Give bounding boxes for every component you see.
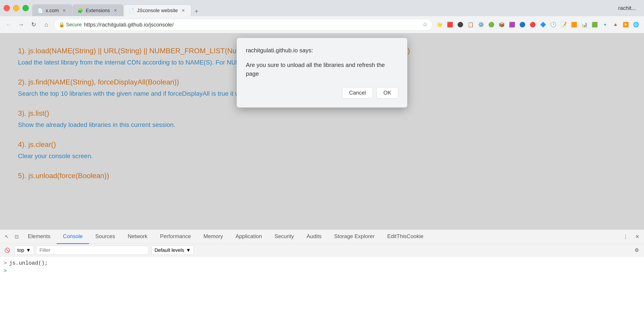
nav-bar: ← → ↻ ⌂ 🔒 Secure https://rachitgulati.gi… bbox=[0, 16, 644, 33]
devtools-more-icon[interactable]: ⋮ bbox=[621, 232, 630, 242]
lock-icon: 🔒 bbox=[59, 22, 65, 28]
tab-title-extensions: Extensions bbox=[86, 8, 110, 14]
dialog-overlay: rachitgulati.github.io says: Are you sur… bbox=[0, 33, 644, 229]
tabs-bar: 📄 x.com ✕ 🧩 Extensions ✕ 📄 JSconsole web… bbox=[32, 0, 616, 16]
ext-icon-17[interactable]: 🔹 bbox=[600, 20, 610, 29]
tab-close-extensions[interactable]: ✕ bbox=[112, 8, 118, 14]
address-text: https://rachitgulati.github.io/jsconsole… bbox=[84, 22, 420, 28]
ext-icon-5[interactable]: ⚙️ bbox=[476, 20, 485, 29]
tab-close-xcom[interactable]: ✕ bbox=[61, 8, 68, 14]
ext-icon-8[interactable]: 🟪 bbox=[508, 20, 516, 29]
maximize-button[interactable] bbox=[22, 5, 29, 11]
console-line-1: > js.unload(); bbox=[4, 259, 640, 267]
dialog-buttons: Cancel OK bbox=[246, 87, 398, 98]
new-tab-button[interactable]: + bbox=[192, 6, 202, 16]
traffic-lights bbox=[4, 5, 29, 11]
tab-xcom[interactable]: 📄 x.com ✕ bbox=[32, 4, 72, 16]
ext-icon-19[interactable]: ▶️ bbox=[621, 20, 630, 29]
context-arrow-icon: ▼ bbox=[26, 247, 31, 253]
ext-icon-4[interactable]: 📋 bbox=[466, 20, 475, 29]
devtools-toolbar: 🚫 top ▼ Default levels ▼ ⚙ bbox=[0, 244, 644, 256]
levels-label: Default levels bbox=[154, 247, 184, 253]
tab-close-jsconsole[interactable]: ✕ bbox=[180, 8, 186, 14]
tab-favicon-jsconsole: 📄 bbox=[128, 8, 134, 14]
page-content: 1). js.load(NAME(String) || URL(String) … bbox=[0, 33, 644, 229]
address-bar[interactable]: 🔒 Secure https://rachitgulati.github.io/… bbox=[54, 19, 432, 30]
dialog-box: rachitgulati.github.io says: Are you sur… bbox=[236, 38, 408, 108]
devtools-tab-network[interactable]: Network bbox=[121, 230, 154, 244]
ext-icon-14[interactable]: 🟧 bbox=[570, 20, 578, 29]
devtools-tab-security[interactable]: Security bbox=[268, 230, 300, 244]
ext-icon-2[interactable]: 🟥 bbox=[445, 20, 454, 29]
ext-icon-11[interactable]: 🔷 bbox=[538, 20, 548, 29]
filter-input[interactable] bbox=[36, 246, 149, 255]
ext-icon-20[interactable]: 🌐 bbox=[632, 20, 640, 29]
minimize-button[interactable] bbox=[13, 5, 19, 11]
context-value: top bbox=[17, 247, 24, 253]
tab-title-xcom: x.com bbox=[46, 8, 59, 14]
console-line-2: > bbox=[4, 267, 640, 275]
ok-button[interactable]: OK bbox=[376, 87, 398, 98]
ext-icon-12[interactable]: 🕐 bbox=[549, 20, 558, 29]
user-name: rachit... bbox=[618, 5, 640, 11]
devtools-tabs-bar: ↖ ⊡ Elements Console Sources Network Per… bbox=[0, 230, 644, 244]
ext-icon-15[interactable]: 📊 bbox=[580, 20, 589, 29]
close-button[interactable] bbox=[4, 5, 10, 11]
devtools-tab-memory[interactable]: Memory bbox=[197, 230, 230, 244]
secure-label: Secure bbox=[66, 22, 82, 28]
devtools-tab-audits[interactable]: Audits bbox=[300, 230, 328, 244]
devtools-tab-performance[interactable]: Performance bbox=[154, 230, 197, 244]
devtools-actions: ⋮ ✕ bbox=[621, 232, 642, 242]
devtools-close-icon[interactable]: ✕ bbox=[632, 232, 642, 242]
reload-button[interactable]: ↻ bbox=[29, 20, 39, 30]
tab-favicon-extensions: 🧩 bbox=[77, 8, 84, 14]
tab-favicon-xcom: 📄 bbox=[37, 8, 43, 14]
ext-icon-7[interactable]: 📦 bbox=[497, 20, 506, 29]
ext-icon-18[interactable]: 🔺 bbox=[611, 20, 620, 29]
console-prompt-1: > bbox=[4, 260, 7, 266]
devtools-responsive-icon[interactable]: ⊡ bbox=[12, 232, 22, 242]
dialog-title: rachitgulati.github.io says: bbox=[246, 47, 398, 54]
devtools-tab-sources[interactable]: Sources bbox=[89, 230, 121, 244]
tab-extensions[interactable]: 🧩 Extensions ✕ bbox=[72, 4, 123, 16]
levels-arrow-icon: ▼ bbox=[186, 247, 191, 253]
devtools-tab-application[interactable]: Application bbox=[229, 230, 268, 244]
console-prompt-2: > bbox=[4, 268, 7, 274]
devtools-cursor-icon[interactable]: ↖ bbox=[2, 232, 12, 242]
title-bar: 📄 x.com ✕ 🧩 Extensions ✕ 📄 JSconsole web… bbox=[0, 0, 644, 16]
cancel-button[interactable]: Cancel bbox=[342, 87, 373, 98]
tab-title-jsconsole: JSconsole website bbox=[137, 8, 178, 14]
chrome-window: 📄 x.com ✕ 🧩 Extensions ✕ 📄 JSconsole web… bbox=[0, 0, 644, 310]
devtools-tab-elements[interactable]: Elements bbox=[22, 230, 57, 244]
forward-button[interactable]: → bbox=[16, 20, 26, 30]
ext-icon-16[interactable]: 🟩 bbox=[590, 20, 599, 29]
devtools-tab-storage-explorer[interactable]: Storage Explorer bbox=[328, 230, 381, 244]
devtools-tab-editthiscookie[interactable]: EditThisCookie bbox=[381, 230, 430, 244]
ext-icon-3[interactable]: ⚫ bbox=[456, 20, 465, 29]
dialog-message: Are you sure to unload all the libraries… bbox=[246, 61, 398, 78]
devtools-settings-icon[interactable]: ⚙ bbox=[632, 246, 641, 255]
ext-icon-9[interactable]: 🔵 bbox=[518, 20, 527, 29]
bookmark-icon[interactable]: ☆ bbox=[422, 21, 428, 28]
back-button[interactable]: ← bbox=[4, 20, 14, 30]
devtools-tab-console[interactable]: Console bbox=[57, 230, 89, 244]
context-select[interactable]: top ▼ bbox=[14, 246, 34, 255]
tab-jsconsole[interactable]: 📄 JSconsole website ✕ bbox=[124, 4, 191, 16]
secure-badge: 🔒 Secure bbox=[59, 22, 82, 28]
ext-icon-10[interactable]: 🔴 bbox=[528, 20, 537, 29]
devtools-console: > js.unload(); > bbox=[0, 256, 644, 310]
levels-select[interactable]: Default levels ▼ bbox=[152, 246, 194, 255]
clear-console-icon[interactable]: 🚫 bbox=[3, 246, 12, 255]
extensions-area: 🌟 🟥 ⚫ 📋 ⚙️ 🟢 📦 🟪 🔵 🔴 🔷 🕐 📝 🟧 📊 🟩 🔹 🔺 ▶️ … bbox=[435, 20, 640, 29]
ext-icon-6[interactable]: 🟢 bbox=[487, 20, 496, 29]
ext-icon-13[interactable]: 📝 bbox=[559, 20, 568, 29]
home-button[interactable]: ⌂ bbox=[41, 20, 51, 30]
console-code-1: js.unload(); bbox=[9, 260, 48, 266]
devtools-panel: ↖ ⊡ Elements Console Sources Network Per… bbox=[0, 229, 644, 310]
ext-icon-1[interactable]: 🌟 bbox=[435, 20, 444, 29]
